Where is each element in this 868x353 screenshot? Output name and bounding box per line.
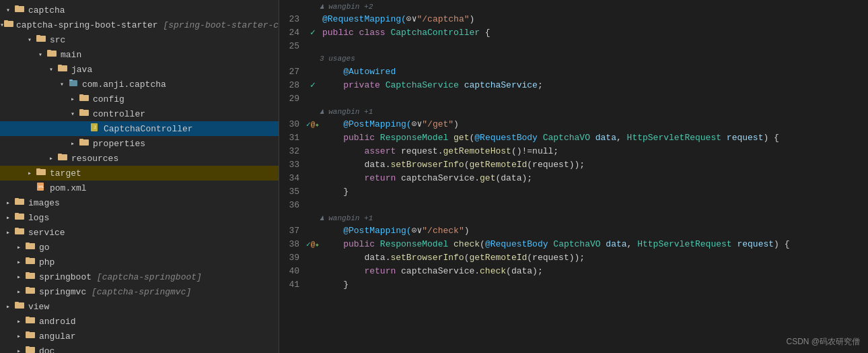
line-content: private CaptchaService captchaService;: [320, 80, 543, 90]
tree-item-properties[interactable]: properties: [0, 136, 279, 151]
tree-arrow[interactable]: [13, 243, 24, 251]
svg-rect-11: [69, 79, 73, 81]
tree-arrow[interactable]: [24, 36, 35, 44]
folder-icon: [24, 330, 36, 342]
svg-rect-12: [79, 95, 89, 101]
line-number: 39: [279, 253, 306, 263]
xml-file-icon: XML: [35, 182, 47, 194]
svg-rect-23: [36, 168, 40, 170]
tree-item-android[interactable]: android: [0, 314, 279, 329]
svg-rect-30: [15, 228, 24, 234]
tree-arrow[interactable]: [3, 6, 13, 14]
tree-arrow[interactable]: [46, 154, 57, 162]
file-tree[interactable]: captchacaptcha-spring-boot-starter [spri…: [0, 0, 279, 353]
tree-item-springboot[interactable]: springboot [captcha-springboot]: [0, 269, 279, 284]
tree-item-src[interactable]: src: [0, 32, 279, 47]
annotation-line: ♟ wangbin +2: [279, 0, 868, 12]
tree-arrow[interactable]: [13, 258, 24, 266]
tree-item-doc[interactable]: doc: [0, 344, 279, 353]
tree-item-captcha-root[interactable]: captcha: [0, 3, 279, 18]
tree-item-label: main: [61, 50, 81, 60]
line-gutter: ✓@⬥: [306, 120, 320, 129]
tree-arrow[interactable]: [67, 139, 78, 148]
line-number: 33: [279, 160, 306, 170]
folder-icon: [35, 34, 47, 46]
folder-icon: [24, 256, 36, 268]
svg-rect-26: [15, 199, 24, 205]
tree-item-config[interactable]: config: [0, 92, 279, 106]
tree-item-com-anji-captcha[interactable]: com.anji.captcha: [0, 77, 279, 92]
svg-rect-29: [15, 213, 19, 214]
tree-arrow[interactable]: [57, 80, 67, 88]
tree-item-go[interactable]: go: [0, 240, 279, 255]
svg-rect-13: [79, 94, 83, 96]
tree-item-angular[interactable]: angular: [0, 329, 279, 344]
folder-icon: [24, 241, 36, 253]
code-line: 41 }: [279, 278, 868, 291]
tree-arrow[interactable]: [35, 51, 46, 59]
code-line: 33 data.setBrowserInfo(getRemoteId(reque…: [279, 158, 868, 171]
line-number: 28: [279, 80, 306, 90]
code-line: 29: [279, 92, 868, 105]
tree-item-controller[interactable]: controller: [0, 106, 279, 121]
tree-item-service[interactable]: service: [0, 225, 279, 240]
svg-rect-5: [36, 35, 40, 36]
code-line: 31 public ResponseModel get(@RequestBody…: [279, 131, 868, 144]
folder-icon: [78, 137, 90, 150]
tree-item-CaptchaController[interactable]: JCaptchaController: [0, 121, 279, 136]
code-editor[interactable]: ♟ wangbin +223@RequestMapping(⊙∨"/captch…: [279, 0, 868, 353]
svg-rect-47: [26, 346, 30, 348]
tree-arrow[interactable]: [3, 199, 13, 207]
tree-item-resources[interactable]: resources: [0, 151, 279, 166]
folder-icon: [46, 49, 58, 61]
tree-arrow[interactable]: [67, 110, 78, 118]
tree-arrow[interactable]: [13, 273, 24, 281]
tree-arrow[interactable]: [13, 332, 24, 340]
tree-item-label: java: [71, 65, 92, 75]
module-icon: [4, 19, 13, 31]
svg-rect-39: [26, 287, 30, 288]
tree-arrow[interactable]: [24, 169, 35, 177]
folder-icon: [13, 212, 26, 224]
svg-rect-44: [26, 332, 35, 338]
line-content: }: [320, 280, 349, 290]
tree-item-springmvc[interactable]: springmvc [captcha-springmvc]: [0, 284, 279, 299]
tree-arrow[interactable]: [13, 317, 24, 325]
folder-icon: [78, 93, 90, 105]
tree-arrow[interactable]: [3, 302, 13, 311]
tree-item-view[interactable]: view: [0, 299, 279, 314]
watermark: CSDN @码农研究僧: [786, 336, 860, 348]
code-line: 24✓public class CaptchaController {: [279, 26, 868, 39]
tree-item-images[interactable]: images: [0, 195, 279, 210]
tree-item-logs[interactable]: logs: [0, 210, 279, 225]
tree-arrow[interactable]: [13, 347, 24, 353]
annotation-line: 3 usages: [279, 53, 868, 65]
svg-rect-6: [47, 51, 57, 57]
code-content: ♟ wangbin +223@RequestMapping(⊙∨"/captch…: [279, 0, 868, 291]
tree-item-label: src: [50, 35, 65, 45]
tree-item-target[interactable]: target: [0, 166, 279, 181]
tree-arrow[interactable]: [3, 228, 13, 236]
folder-icon: [78, 108, 90, 120]
tree-arrow[interactable]: [46, 65, 57, 73]
folder-icon: [24, 315, 36, 327]
tree-item-pom-xml[interactable]: XMLpom.xml: [0, 181, 279, 195]
code-line: 27 @Autowired: [279, 65, 868, 78]
line-content: public ResponseModel check(@RequestBody …: [320, 239, 789, 249]
folder-icon: [13, 4, 26, 16]
tree-item-label: service: [28, 228, 65, 238]
tree-item-java[interactable]: java: [0, 62, 279, 77]
tree-item-main[interactable]: main: [0, 47, 279, 62]
tree-item-label: controller: [93, 109, 145, 119]
tree-arrow[interactable]: [3, 214, 13, 222]
code-line: 34 return captchaService.get(data);: [279, 171, 868, 185]
line-number: 23: [279, 14, 306, 24]
svg-rect-8: [58, 65, 67, 71]
tree-arrow[interactable]: [67, 95, 78, 103]
tree-item-label: images: [28, 198, 60, 208]
tree-item-php[interactable]: php: [0, 255, 279, 269]
tree-item-captcha-spring-boot-starter[interactable]: captcha-spring-boot-starter [spring-boot…: [0, 18, 279, 32]
tree-arrow[interactable]: [13, 288, 24, 296]
code-line: 25: [279, 39, 868, 53]
tree-item-label: com.anji.captcha: [82, 79, 166, 90]
